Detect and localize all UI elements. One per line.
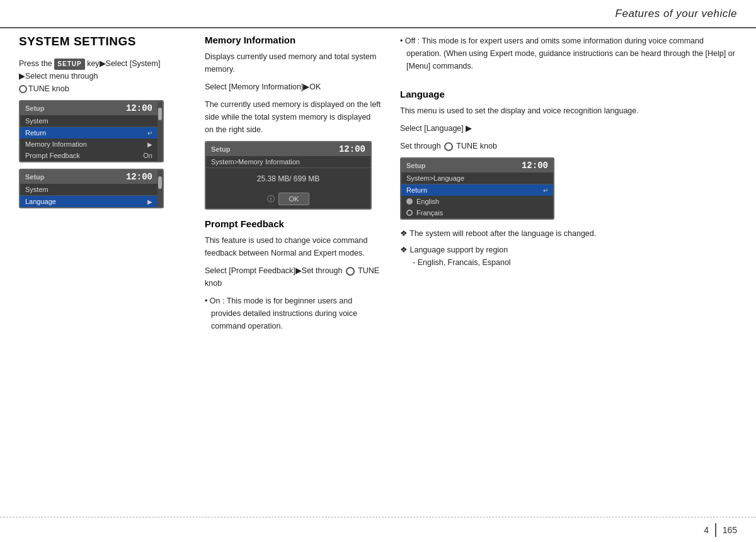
note-reboot: ❖ The system will reboot after the langu… [400, 227, 737, 240]
screen1-header-label: Setup [25, 104, 45, 112]
screen1-row-system: System [20, 115, 158, 127]
lang-english-label: English [416, 198, 439, 205]
lang-screen-header: Setup 12:00 [401, 159, 553, 172]
screen1-row-memory: Memory Information ▶ [20, 138, 158, 150]
screen-mockup-language: Setup 12:00 System>Language Return ↵ Eng… [400, 157, 554, 220]
memory-screen-header: Setup 12:00 [206, 142, 370, 156]
language-instruction2: Set through TUNE knob [400, 140, 737, 152]
lang-breadcrumb: System>Language [406, 174, 464, 182]
screen-mockup-2: Setup 12:00 System Language ▶ [19, 169, 164, 208]
lang-breadcrumb-row: System>Language [401, 172, 553, 184]
memory-info-title: Memory Information [205, 35, 381, 45]
screen-mockup-memory: Setup 12:00 System>Memory Information 25… [205, 141, 372, 210]
screen2-language-label: Language [25, 198, 147, 205]
language-title: Language [400, 89, 737, 99]
memory-screen-time: 12:00 [339, 144, 365, 154]
prompt-feedback-title: Prompt Feedback [205, 218, 381, 229]
screen1-memory-label: Memory Information [25, 140, 147, 148]
header-title: Features of your vehicle [616, 8, 737, 20]
lang-francais-row: Français [401, 207, 553, 218]
screen2-header: Setup 12:00 [20, 170, 158, 184]
radio-english-filled [406, 198, 413, 205]
main-content: SYSTEM SETTINGS Press the SETUP key▶Sele… [19, 35, 737, 514]
language-instruction1: Select [Language] ▶ [400, 122, 737, 135]
screen2-row-system: System [20, 184, 158, 195]
tune-knob-label: TUNE knob [28, 84, 69, 93]
footer-page: 4 165 [704, 523, 737, 537]
note-reboot-text: ❖ The system will reboot after the langu… [400, 227, 737, 240]
setup-badge: SETUP [54, 59, 84, 70]
header-bar: Features of your vehicle [0, 0, 756, 28]
screen1-row-return: Return ↵ [20, 127, 158, 138]
footer-page-number: 165 [723, 525, 737, 535]
scrollbar-2 [158, 170, 163, 207]
screen1-system-label: System [25, 117, 152, 125]
screen1-return-label: Return [25, 129, 147, 137]
intro-press: Press the [19, 59, 52, 68]
intro-text: Press the SETUP key▶Select [System] ▶Sel… [19, 57, 183, 95]
lang-return-row: Return ↵ [401, 184, 553, 196]
screen1-prompt-value: On [143, 152, 152, 159]
footer-divider [715, 523, 716, 537]
screen2-row-language: Language ▶ [20, 196, 158, 207]
scrollbar-thumb-2 [158, 176, 162, 189]
memory-desc2: The currently used memory is displayed o… [205, 98, 381, 136]
screen2-header-label: Setup [25, 173, 45, 181]
screen2-system-label: System [25, 186, 152, 193]
screen2-time: 12:00 [126, 172, 152, 182]
left-column: SYSTEM SETTINGS Press the SETUP key▶Sele… [19, 35, 195, 514]
memory-value: 25.38 MB/ 699 MB [206, 168, 370, 189]
footer-bar: 4 165 [0, 517, 756, 542]
memory-arrow-icon: ▶ [147, 141, 152, 148]
lang-screen-label: Setup [406, 162, 426, 169]
prompt-desc1: This feature is used to change voice com… [205, 234, 381, 259]
prompt-instruction: Select [Prompt Feedback]▶Set through TUN… [205, 264, 381, 290]
screen-mockup-1: Setup 12:00 System Return ↵ Memory Infor… [19, 100, 164, 162]
lang-screen-time: 12:00 [522, 161, 548, 171]
memory-screen-label: Setup [211, 145, 231, 153]
note-language-support: ❖ Language support by region - English, … [400, 244, 737, 269]
screen1-row-prompt: Prompt Feedback On [20, 150, 158, 161]
info-circle-icon: ⓘ [267, 194, 275, 205]
memory-ok-row: ⓘ OK [206, 189, 370, 208]
screen1-prompt-label: Prompt Feedback [25, 152, 143, 159]
footer-chapter: 4 [704, 525, 709, 535]
return-icon: ↵ [147, 130, 152, 137]
lang-return-label: Return [406, 186, 543, 194]
language-arrow-icon: ▶ [147, 198, 152, 205]
memory-breadcrumb: System>Memory Information [211, 158, 300, 166]
prompt-bullet-on: • On : This mode is for beginner users a… [205, 295, 381, 332]
bullet-off: • Off : This mode is for expert users an… [400, 35, 737, 72]
right-column: • Off : This mode is for expert users an… [391, 35, 737, 514]
tune-knob-icon-mid [346, 267, 355, 276]
note-lang-list: - English, Francais, Espanol [400, 256, 737, 269]
scrollbar-thumb-1 [158, 108, 162, 120]
tune-circle-icon [19, 85, 27, 93]
lang-francais-label: Français [416, 209, 443, 217]
lang-english-row: English [401, 196, 553, 207]
middle-column: Memory Information Displays currently us… [195, 35, 391, 514]
note-lang-support-text: ❖ Language support by region [400, 244, 737, 256]
tune-knob-icon-right [444, 142, 453, 151]
language-desc: This menu is used to set the display and… [400, 104, 737, 117]
radio-francais-empty [406, 210, 413, 216]
lang-return-icon: ↵ [543, 187, 548, 194]
scrollbar-1 [158, 101, 163, 161]
screen1-time: 12:00 [126, 103, 152, 113]
memory-desc1: Displays currently used memory and total… [205, 50, 381, 76]
section-title-main: SYSTEM SETTINGS [19, 35, 183, 48]
memory-instruction1: Select [Memory Information]▶OK [205, 81, 381, 93]
memory-breadcrumb-row: System>Memory Information [206, 156, 370, 167]
ok-button: OK [278, 193, 310, 205]
screen1-header: Setup 12:00 [20, 101, 158, 115]
